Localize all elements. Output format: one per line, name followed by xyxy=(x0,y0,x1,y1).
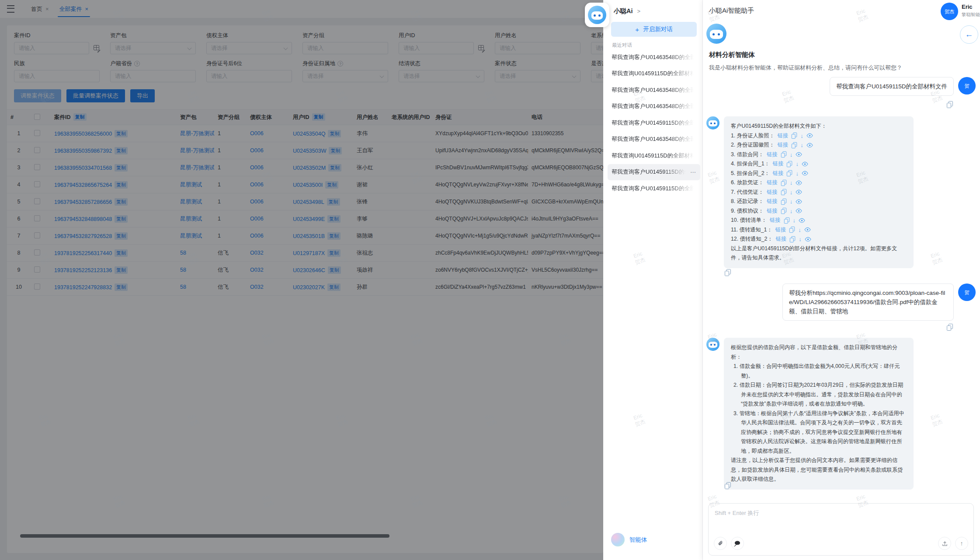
eye-icon[interactable] xyxy=(796,189,802,195)
file-name: 11. 债转通知_1： xyxy=(731,225,772,235)
composer-placeholder: Shift + Enter 换行 xyxy=(715,509,759,517)
copy-icon[interactable] xyxy=(792,142,797,148)
conversation-title: 帮我查询客户U01463548D的全部 xyxy=(612,53,696,61)
collapse-button[interactable]: ← xyxy=(960,25,978,44)
file-name: 3. 借款合同： xyxy=(731,150,764,160)
file-name: 5. 担保合同_2： xyxy=(731,169,770,178)
sidebar-footer[interactable]: 智能体 xyxy=(611,533,647,546)
conversation-item[interactable]: 帮我查询客户U01463548D的全部 xyxy=(608,49,700,66)
deep-think-button[interactable] xyxy=(731,537,744,550)
file-name: 9. 债权协议： xyxy=(731,206,764,216)
eye-icon[interactable] xyxy=(796,208,802,214)
download-icon[interactable]: ↓ xyxy=(800,131,803,141)
conversation-item[interactable]: 帮我查询U01459115D的全部材料 xyxy=(608,147,700,164)
copy-icon[interactable] xyxy=(790,236,795,242)
copy-icon[interactable] xyxy=(947,101,953,108)
eye-icon[interactable] xyxy=(802,161,808,167)
file-item: 12. 债转通知_2： 链接 ↓ xyxy=(731,234,907,244)
copy-icon[interactable] xyxy=(789,227,795,233)
file-link[interactable]: 链接 xyxy=(775,225,786,235)
panel-title: 小聪Ai智能助手 xyxy=(709,7,754,15)
user-chip[interactable]: 贺杰 Eric 擎聪智能 xyxy=(941,3,980,20)
file-link[interactable]: 链接 xyxy=(773,169,784,178)
assistant-avatar-icon xyxy=(706,116,719,130)
copy-icon[interactable] xyxy=(781,199,786,205)
file-list: 1. 身份证人脸照： 链接 ↓ 2. 身份证国徽照： 链接 ↓ 3. 借款合同：… xyxy=(731,131,907,244)
eye-icon[interactable] xyxy=(804,227,811,232)
download-icon[interactable]: ↓ xyxy=(790,188,793,197)
more-icon[interactable]: ⋯ xyxy=(690,169,696,175)
conversation-item[interactable]: 帮我查询客户U01463548D的全部 xyxy=(608,131,700,148)
file-link[interactable]: 链接 xyxy=(767,206,778,216)
file-link[interactable]: 链接 xyxy=(773,159,784,169)
new-chat-button[interactable]: + 开启新对话 xyxy=(611,22,697,37)
copy-icon[interactable] xyxy=(725,269,731,276)
download-icon[interactable]: ↓ xyxy=(790,206,793,216)
user-bubble: 帮我分析https://qcminio.qingcongai.com:9003/… xyxy=(782,284,954,321)
conversation-item[interactable]: 帮我查询客户U01463548D的全部 xyxy=(608,98,700,115)
download-icon[interactable]: ↓ xyxy=(800,140,803,150)
assistant-brand[interactable]: 小聪Ai > xyxy=(614,7,640,15)
copy-icon[interactable] xyxy=(781,151,786,158)
download-icon[interactable]: ↓ xyxy=(790,197,793,206)
download-icon[interactable]: ↓ xyxy=(796,159,799,169)
download-icon[interactable]: ↓ xyxy=(796,169,799,178)
user-avatar: 贺 xyxy=(958,284,976,301)
download-icon[interactable]: ↓ xyxy=(793,216,796,225)
eye-icon[interactable] xyxy=(799,218,805,223)
file-link[interactable]: 链接 xyxy=(770,216,781,225)
file-item: 3. 借款合同： 链接 ↓ xyxy=(731,150,907,160)
file-link[interactable]: 链接 xyxy=(778,140,789,150)
assistant-message: 客户U01459115D的全部材料文件如下： 1. 身份证人脸照： 链接 ↓ 2… xyxy=(706,116,914,268)
file-item: 2. 身份证国徽照： 链接 ↓ xyxy=(731,140,907,150)
conversation-title: 帮我查询客户U01459115D的全部 xyxy=(612,168,688,176)
user-message: 帮我查询客户U01459115D的全部材料文件 贺 xyxy=(830,77,976,96)
conversation-title: 帮我查询客户U01463548D的全部 xyxy=(612,102,696,110)
eye-icon[interactable] xyxy=(796,199,802,204)
file-link[interactable]: 链接 xyxy=(776,234,787,244)
download-icon[interactable]: ↓ xyxy=(798,225,801,235)
copy-icon[interactable] xyxy=(787,161,792,167)
conversation-item[interactable]: 帮我查询客户U01459115D的全部 xyxy=(608,180,700,197)
agent-name: 材料分析智能体 xyxy=(709,51,755,59)
files-footer: 以上是客户U01459115D的部分材料文件链接，共计12项。如需更多文件，请告… xyxy=(731,244,907,263)
conversation-item[interactable]: 帮我查询U01459115D的全部材料 xyxy=(608,66,700,82)
copy-icon[interactable] xyxy=(725,482,731,489)
eye-icon[interactable] xyxy=(806,133,813,138)
file-link[interactable]: 链接 xyxy=(767,197,778,206)
message-composer[interactable]: Shift + Enter 换行 ↑ xyxy=(708,503,974,556)
send-button[interactable]: ↑ xyxy=(955,537,968,550)
eye-icon[interactable] xyxy=(796,152,802,157)
copy-icon[interactable] xyxy=(792,133,797,139)
agents-link[interactable]: 智能体 xyxy=(629,536,647,544)
conversation-item[interactable]: 帮我查询客户U01463548D的全部 xyxy=(608,82,700,98)
plus-icon: + xyxy=(635,26,639,33)
file-link[interactable]: 链接 xyxy=(767,150,778,160)
agent-avatar-icon xyxy=(706,24,726,44)
copy-icon[interactable] xyxy=(781,189,786,195)
copy-icon[interactable] xyxy=(781,208,786,214)
copy-icon[interactable] xyxy=(787,170,792,176)
conversation-item[interactable]: 帮我查询客户U01459115D的全部 xyxy=(608,115,700,131)
assistant-launcher[interactable] xyxy=(585,3,609,27)
chevron-right-icon: > xyxy=(637,8,641,14)
files-intro: 客户U01459115D的全部材料文件如下： xyxy=(731,122,907,131)
eye-icon[interactable] xyxy=(802,171,808,176)
copy-icon[interactable] xyxy=(947,324,953,331)
analysis-point: 2. 借款日期：合同签订日期为2021年03月29日，但实际的贷款发放日期并未在… xyxy=(733,381,907,409)
eye-icon[interactable] xyxy=(806,143,813,148)
download-icon[interactable]: ↓ xyxy=(790,178,793,188)
file-link[interactable]: 链接 xyxy=(767,178,778,188)
eye-icon[interactable] xyxy=(805,237,811,242)
file-link[interactable]: 链接 xyxy=(767,188,778,197)
copy-icon[interactable] xyxy=(781,180,786,186)
upload-button[interactable] xyxy=(938,537,951,550)
conversation-item[interactable]: 帮我查询客户U01459115D的全部 ⋯ xyxy=(608,164,700,181)
file-link[interactable]: 链接 xyxy=(778,131,789,141)
file-name: 4. 担保合同_1： xyxy=(731,159,770,169)
attach-file-button[interactable] xyxy=(714,537,727,550)
download-icon[interactable]: ↓ xyxy=(790,150,793,160)
copy-icon[interactable] xyxy=(784,217,789,224)
download-icon[interactable]: ↓ xyxy=(799,234,802,244)
eye-icon[interactable] xyxy=(796,180,802,186)
